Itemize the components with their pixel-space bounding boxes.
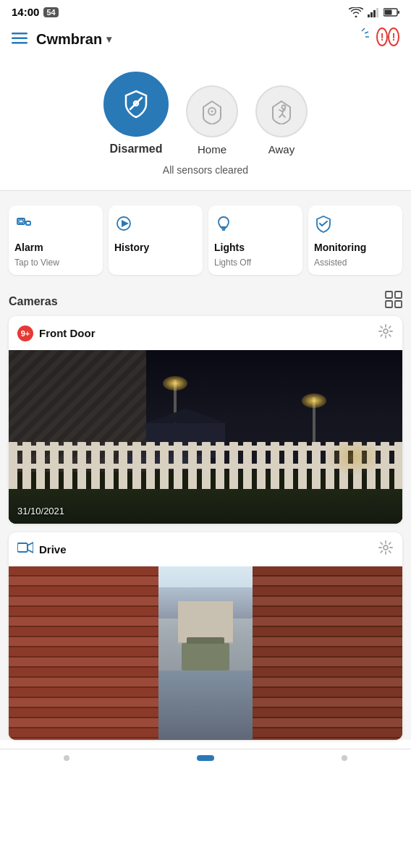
camera-name-drive: Drive [39,543,67,556]
svg-rect-29 [19,220,23,223]
scroll-indicator [0,749,411,773]
camera-card-drive[interactable]: Drive [9,532,402,740]
svg-point-39 [384,329,388,333]
alert-icon[interactable]: ! ! [376,27,399,51]
home-label: Home [198,143,226,156]
away-circle [255,85,308,137]
grid-toggle-icon[interactable] [385,291,402,312]
camera-name-front-door: Front Door [39,327,95,339]
history-title: History [114,242,149,253]
svg-marker-41 [27,542,33,553]
alarm-title: Alarm [14,242,43,253]
history-icon [114,214,133,237]
svg-rect-28 [26,221,30,225]
wifi-icon [349,7,363,17]
drive-camera-icon [17,542,33,557]
away-label: Away [268,143,295,156]
status-icons [349,7,399,17]
svg-rect-9 [12,42,27,44]
status-bar: 14:00 54 [0,0,411,21]
svg-rect-36 [395,292,402,298]
mode-disarmed[interactable]: Disarmed [103,72,169,156]
disarmed-label: Disarmed [110,142,163,156]
actions-grid: Alarm Tap to View History [9,197,402,284]
cameras-title: Cameras [9,295,58,308]
location-selector[interactable]: Cwmbran ▾ [36,31,111,48]
camera-feed-drive [9,566,402,740]
alarm-card[interactable]: Alarm Tap to View [9,205,103,275]
svg-text:!: ! [381,31,384,43]
svg-point-42 [384,545,388,550]
monitoring-subtitle: Assisted [314,258,347,268]
nav-dot-2 [197,755,214,761]
alarm-subtitle: Tap to View [14,258,59,268]
monitoring-title: Monitoring [314,242,366,253]
location-name: Cwmbran [36,31,102,48]
menu-icon[interactable] [12,30,27,48]
camera-card-front-door[interactable]: 9+ Front Door [9,316,402,524]
sensors-status: All sensors cleared [14,164,397,184]
security-modes-section: Disarmed Home [0,60,411,190]
mode-away[interactable]: Away [255,85,308,156]
lights-icon [214,214,233,237]
camera-header-drive: Drive [9,532,402,566]
battery-icon [384,8,399,17]
history-card[interactable]: History [109,205,203,275]
alley-car [182,643,229,671]
notification-badge-front-door: 9+ [17,326,33,341]
quick-actions-section: Alarm Tap to View History [0,190,411,284]
svg-point-20 [211,111,213,113]
camera-settings-icon-front-door[interactable] [378,323,394,343]
svg-rect-6 [385,9,392,14]
brick-wall-right [253,566,402,740]
moon-icon[interactable] [350,27,369,51]
status-time-area: 14:00 54 [12,6,59,18]
camera-timestamp-front-door: 31/10/2021 [17,506,64,516]
night-scene: 31/10/2021 [9,350,402,524]
camera-feed-front-door: 31/10/2021 [9,350,402,524]
grass-ground [9,489,402,524]
sim-badge: 54 [43,7,58,17]
alley-scene [9,566,402,740]
cameras-header: Cameras [9,284,402,316]
svg-line-18 [130,98,142,109]
svg-point-21 [282,106,286,109]
lights-subtitle: Lights Off [214,258,251,268]
svg-line-10 [362,28,365,31]
header-right: ! ! [350,27,399,51]
lights-card[interactable]: Lights Lights Off [208,205,302,275]
cameras-section: Cameras 9+ Front Door [0,284,411,740]
svg-rect-7 [12,33,27,35]
alarm-icon [14,214,33,237]
monitoring-card[interactable]: Monitoring Assisted [308,205,402,275]
dropdown-arrow-icon: ▾ [106,33,111,45]
camera-header-front-door: 9+ Front Door [9,316,402,350]
svg-rect-38 [395,301,402,307]
svg-line-11 [365,32,368,33]
lights-title: Lights [214,242,245,253]
header-left: Cwmbran ▾ [12,30,111,48]
home-circle [186,85,238,137]
disarmed-circle [103,72,169,137]
camera-settings-icon-drive[interactable] [378,540,394,559]
svg-rect-8 [12,38,27,40]
svg-line-24 [282,114,285,117]
svg-rect-35 [386,292,392,298]
camera-drive-name-row: Drive [17,542,67,557]
svg-line-26 [282,110,285,111]
signal-icon [368,7,379,17]
monitoring-icon [314,214,333,237]
camera-name-row: 9+ Front Door [17,326,95,341]
mode-home[interactable]: Home [186,85,238,156]
svg-rect-0 [368,14,370,17]
svg-rect-37 [386,301,392,307]
app-header: Cwmbran ▾ ! ! [0,21,411,60]
svg-rect-1 [370,12,373,17]
svg-marker-32 [122,220,129,227]
ground-path [158,671,253,740]
svg-rect-2 [373,10,376,17]
svg-rect-3 [376,8,378,17]
nav-dot-3 [342,755,347,761]
svg-rect-40 [17,543,27,552]
time-display: 14:00 [12,6,39,18]
